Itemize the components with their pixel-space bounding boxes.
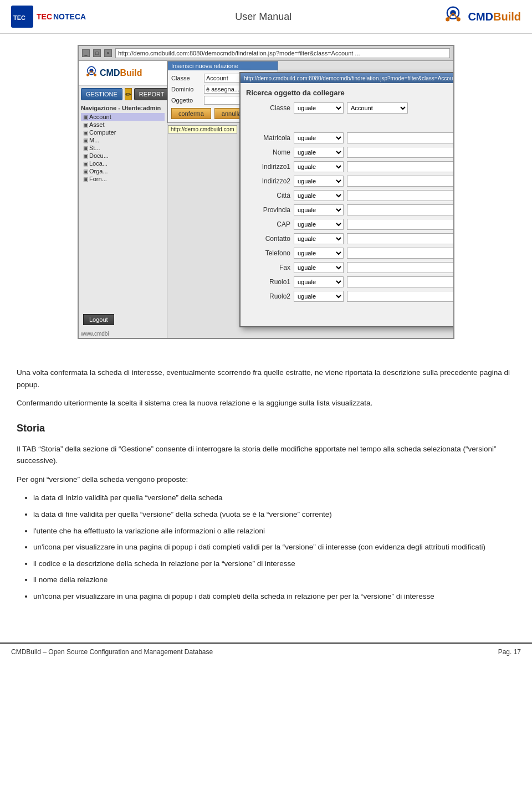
sidebar: CMDBuild GESTIONE ✏ REPORT Navigazione -…	[79, 61, 167, 338]
browser-url-bar[interactable]: http://demo.cmdbuild.com:8080/democmdb/f…	[115, 48, 450, 58]
bullet-item-0: la data di inizio validità per quella “v…	[33, 492, 515, 504]
filter-value-8[interactable]	[347, 248, 453, 259]
screenshot-container: _ □ × http://demo.cmdbuild.com:8080/demo…	[78, 45, 454, 339]
filter-classe-value-select[interactable]: Account	[347, 102, 408, 114]
nav-icon-account: ▣	[83, 114, 88, 120]
report-button[interactable]: REPORT	[134, 88, 170, 100]
search-modal-title: Ricerca oggetto da collegare	[246, 89, 453, 97]
bottom-button-row: cerca annulla	[246, 305, 453, 316]
filter-row-2: Indirizzo1uguale	[246, 161, 453, 172]
nav-icon-asset: ▣	[83, 122, 88, 128]
app-container: CMDBuild GESTIONE ✏ REPORT Navigazione -…	[79, 61, 453, 338]
nav-label-asset: Asset	[89, 121, 105, 128]
filter-operator-1[interactable]: uguale	[294, 147, 344, 158]
per-ogni-intro: Per ogni “versione” della scheda vengono…	[17, 474, 515, 486]
inserisci-oggetto-label: Oggetto	[171, 97, 202, 104]
filter-value-9[interactable]	[347, 262, 453, 273]
para1: Una volta confermata la scheda di intere…	[17, 367, 515, 390]
search-modal-content: Ricerca oggetto da collegare Classe ugua…	[241, 83, 453, 326]
filter-value-7[interactable]	[347, 233, 453, 244]
filter-operator-5[interactable]: uguale	[294, 204, 344, 215]
nav-section: Navigazione - Utente:admin ▣ Account ▣ A…	[79, 102, 167, 185]
www-label: www.cmdbi	[79, 330, 167, 338]
page-footer: CMDBuild – Open Source Configuration and…	[0, 643, 532, 660]
filter-row-3: Indirizzo2uguale	[246, 176, 453, 187]
filter-value-3[interactable]	[347, 176, 453, 187]
filter-label-4: Città	[246, 192, 290, 199]
sidebar-item-orga[interactable]: ▣ Orga...	[81, 167, 165, 175]
sidebar-item-st[interactable]: ▣ St...	[81, 144, 165, 152]
inserisci-conferma-btn[interactable]: conferma	[171, 108, 211, 119]
filter-classe-operator[interactable]: uguale	[294, 102, 344, 114]
filter-value-4[interactable]	[347, 190, 453, 201]
sidebar-item-computer[interactable]: ▣ Computer	[81, 129, 165, 136]
nav-icon-st: ▣	[83, 145, 88, 151]
page-title: User Manual	[235, 11, 291, 23]
browser-chrome: _ □ × http://demo.cmdbuild.com:8080/demo…	[79, 46, 453, 61]
nav-title: Navigazione - Utente:admin	[81, 105, 165, 111]
sidebar-item-forn[interactable]: ▣ Forn...	[81, 175, 165, 183]
pencil-icon[interactable]: ✏	[125, 88, 132, 100]
filter-operator-0[interactable]: uguale	[294, 132, 344, 143]
sidebar-item-loca[interactable]: ▣ Loca...	[81, 160, 165, 167]
logout-button[interactable]: Logout	[83, 314, 114, 325]
filter-operator-4[interactable]: uguale	[294, 190, 344, 201]
filter-operator-8[interactable]: uguale	[294, 248, 344, 259]
page-body: _ □ × http://demo.cmdbuild.com:8080/demo…	[0, 34, 532, 631]
filter-value-6[interactable]	[347, 219, 453, 230]
sidebar-logo-text: CMDBuild	[100, 68, 142, 78]
filter-label-5: Provincia	[246, 206, 290, 214]
url-tooltip: http://demo.cmdbuild.com	[168, 125, 237, 133]
browser-close-btn[interactable]: ×	[104, 49, 112, 57]
filter-operator-9[interactable]: uguale	[294, 262, 344, 273]
nav-label-computer: Computer	[89, 129, 116, 136]
cmdbuild-logo: CMDBuild	[441, 6, 521, 28]
filter-operator-6[interactable]: uguale	[294, 219, 344, 230]
filter-operator-11[interactable]: uguale	[294, 291, 344, 302]
cmdbuild-icon	[441, 6, 466, 28]
filter-value-1[interactable]	[347, 147, 453, 158]
filter-fields-container: MatricolaugualeNomeugualeIndirizzo1ugual…	[246, 132, 453, 302]
storia-heading: Storia	[17, 420, 515, 436]
footer-text: CMDBuild – Open Source Configuration and…	[11, 648, 213, 656]
search-modal-titlebar: http://demo.cmdbuild.com:8080/democmdb/f…	[241, 73, 453, 83]
nav-icon-forn: ▣	[83, 176, 88, 182]
filter-label-6: CAP	[246, 220, 290, 228]
filter-value-5[interactable]	[347, 204, 453, 215]
nav-icon-loca: ▣	[83, 161, 88, 167]
filter-operator-2[interactable]: uguale	[294, 161, 344, 172]
sidebar-logo-area: CMDBuild	[79, 61, 167, 86]
filter-row-0: Matricolauguale	[246, 132, 453, 143]
browser-minimize-btn[interactable]: _	[82, 49, 90, 57]
bullet-item-1: la data di fine validità per quella “ver…	[33, 508, 515, 521]
sidebar-buttons-row: GESTIONE ✏ REPORT	[79, 86, 167, 102]
filter-value-11[interactable]	[347, 291, 453, 302]
page-header: TEC TECNOTECA User Manual CMDBuild	[0, 0, 532, 34]
filter-operator-7[interactable]: uguale	[294, 233, 344, 244]
nav-label-st: St...	[89, 145, 100, 151]
filter-row-9: Faxuguale	[246, 262, 453, 273]
gestione-button[interactable]: GESTIONE	[81, 88, 122, 100]
sidebar-item-docu[interactable]: ▣ Docu...	[81, 152, 165, 160]
filter-value-0[interactable]	[347, 132, 453, 143]
filter-value-2[interactable]	[347, 161, 453, 172]
sidebar-item-account[interactable]: ▣ Account	[81, 113, 165, 121]
filter-operator-3[interactable]: uguale	[294, 176, 344, 187]
filter-row-6: CAPuguale	[246, 219, 453, 230]
filter-label-9: Fax	[246, 264, 290, 271]
nav-label-orga: Orga...	[89, 168, 108, 174]
filter-value-10[interactable]	[347, 276, 453, 287]
sidebar-item-asset[interactable]: ▣ Asset	[81, 121, 165, 129]
filter-classe-row: Classe uguale Account	[246, 102, 453, 114]
nav-icon-m: ▣	[83, 137, 88, 143]
filter-label-8: Telefono	[246, 249, 290, 257]
sidebar-item-m[interactable]: ▣ M...	[81, 136, 165, 144]
nav-label-forn: Forn...	[89, 176, 107, 182]
filter-operator-10[interactable]: uguale	[294, 276, 344, 287]
filter-row-7: Contattouguale	[246, 233, 453, 244]
bullet-item-3: un'icona per visualizzare in una pagina …	[33, 541, 515, 553]
search-modal-url: http://demo.cmdbuild.com:8080/democmdb/f…	[244, 75, 453, 81]
filter-row-5: Provinciauguale	[246, 204, 453, 215]
filter-row-4: Cittàuguale	[246, 190, 453, 201]
browser-maximize-btn[interactable]: □	[93, 49, 101, 57]
